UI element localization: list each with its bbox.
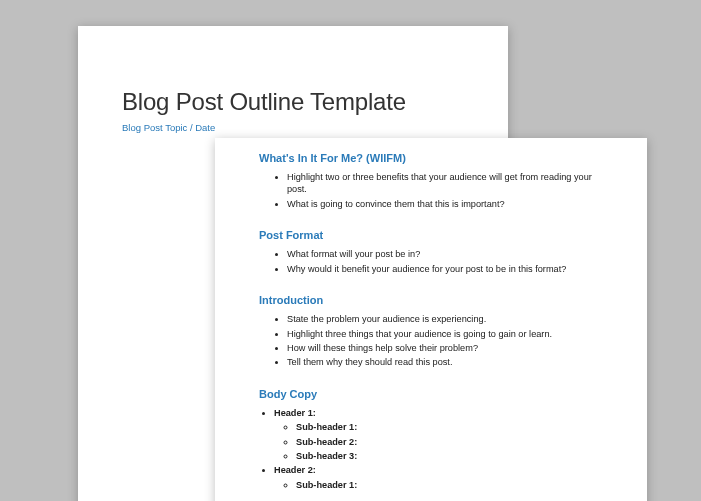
document-page-front: What's In It For Me? (WIIFM) Highlight t… xyxy=(215,138,647,501)
subheader-item: Sub-header 1: xyxy=(296,479,603,491)
header-item: Header 1: Sub-header 1: Sub-header 2: Su… xyxy=(274,407,603,463)
section-intro: Introduction State the problem your audi… xyxy=(259,294,603,369)
section-heading: Introduction xyxy=(259,294,603,306)
section-heading: Body Copy xyxy=(259,388,603,400)
doc-title: Blog Post Outline Template xyxy=(122,88,464,116)
list-item: Tell them why they should read this post… xyxy=(287,356,603,368)
subheader-item: Sub-header 3: xyxy=(296,450,603,462)
list-item: What format will your post be in? xyxy=(287,248,603,260)
section-body: Body Copy Header 1: Sub-header 1: Sub-he… xyxy=(259,388,603,492)
list-item: State the problem your audience is exper… xyxy=(287,313,603,325)
bullet-list: What format will your post be in? Why wo… xyxy=(259,248,603,275)
list-item: How will these things help solve their p… xyxy=(287,342,603,354)
list-item: Why would it benefit your audience for y… xyxy=(287,263,603,275)
list-item: Highlight two or three benefits that you… xyxy=(287,171,603,196)
list-item: What is going to convince them that this… xyxy=(287,198,603,210)
bullet-list: State the problem your audience is exper… xyxy=(259,313,603,369)
list-item: Highlight three things that your audienc… xyxy=(287,328,603,340)
header-label: Header 2: xyxy=(274,465,316,475)
subheader-list: Sub-header 1: xyxy=(274,479,603,491)
subheader-item: Sub-header 2: xyxy=(296,436,603,448)
section-heading: Post Format xyxy=(259,229,603,241)
header-label: Header 1: xyxy=(274,408,316,418)
bullet-list: Highlight two or three benefits that you… xyxy=(259,171,603,210)
doc-subtitle: Blog Post Topic / Date xyxy=(122,122,464,133)
section-heading: What's In It For Me? (WIIFM) xyxy=(259,152,603,164)
header-item: Header 2: Sub-header 1: xyxy=(274,464,603,491)
subheader-list: Sub-header 1: Sub-header 2: Sub-header 3… xyxy=(274,421,603,462)
subheader-item: Sub-header 1: xyxy=(296,421,603,433)
header-list: Header 1: Sub-header 1: Sub-header 2: Su… xyxy=(259,407,603,492)
section-wiifm: What's In It For Me? (WIIFM) Highlight t… xyxy=(259,152,603,210)
section-format: Post Format What format will your post b… xyxy=(259,229,603,275)
